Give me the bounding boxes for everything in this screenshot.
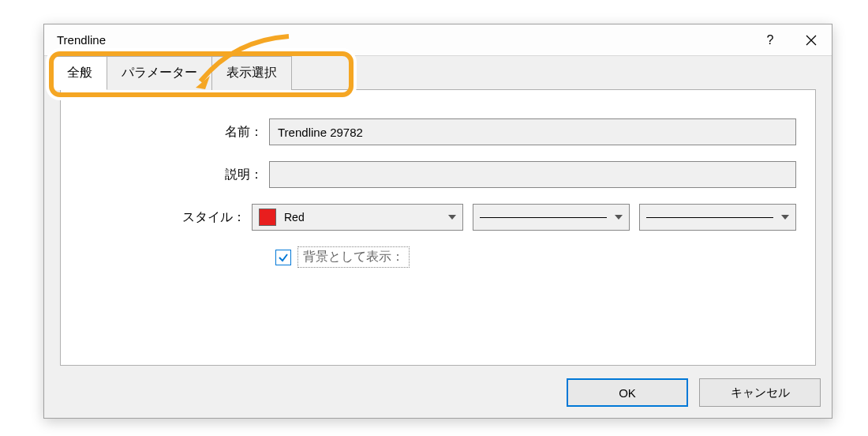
help-icon: ?: [767, 33, 774, 47]
chevron-down-icon: [781, 215, 789, 220]
cancel-button[interactable]: キャンセル: [699, 378, 821, 407]
titlebar: Trendline ?: [44, 24, 832, 56]
line-width-select[interactable]: [639, 204, 796, 231]
line-style-preview-icon: [480, 217, 607, 218]
chevron-down-icon: [615, 215, 623, 220]
help-button[interactable]: ?: [750, 24, 791, 56]
style-label: スタイル：: [80, 209, 252, 226]
line-width-preview-icon: [646, 217, 773, 218]
dialog-title: Trendline: [57, 33, 750, 47]
color-swatch-icon: [259, 209, 276, 226]
background-checkbox-label: 背景として表示：: [297, 246, 410, 268]
name-label: 名前：: [80, 124, 269, 141]
description-label: 説明：: [80, 167, 269, 183]
tab-general[interactable]: 全般: [52, 56, 107, 90]
dialog-button-row: OK キャンセル: [567, 378, 821, 407]
ok-button[interactable]: OK: [567, 378, 688, 407]
color-name: Red: [284, 211, 305, 224]
color-select[interactable]: Red: [252, 204, 463, 231]
tab-panel-general: 名前： 説明： スタイル： Red: [60, 89, 816, 366]
tab-display[interactable]: 表示選択: [211, 56, 292, 90]
checkmark-icon: [278, 252, 289, 263]
background-checkbox[interactable]: [275, 250, 291, 265]
name-input[interactable]: [269, 118, 796, 145]
line-style-select[interactable]: [473, 204, 630, 231]
tab-strip: 全般 パラメーター 表示選択: [52, 56, 824, 90]
close-icon: [806, 35, 817, 46]
tab-parameters[interactable]: パラメーター: [107, 56, 212, 90]
chevron-down-icon: [448, 215, 456, 220]
description-input[interactable]: [269, 161, 796, 188]
trendline-dialog: Trendline ? 全般 パラメーター 表示選択 名前： 説明：: [43, 24, 832, 419]
close-button[interactable]: [791, 24, 832, 56]
